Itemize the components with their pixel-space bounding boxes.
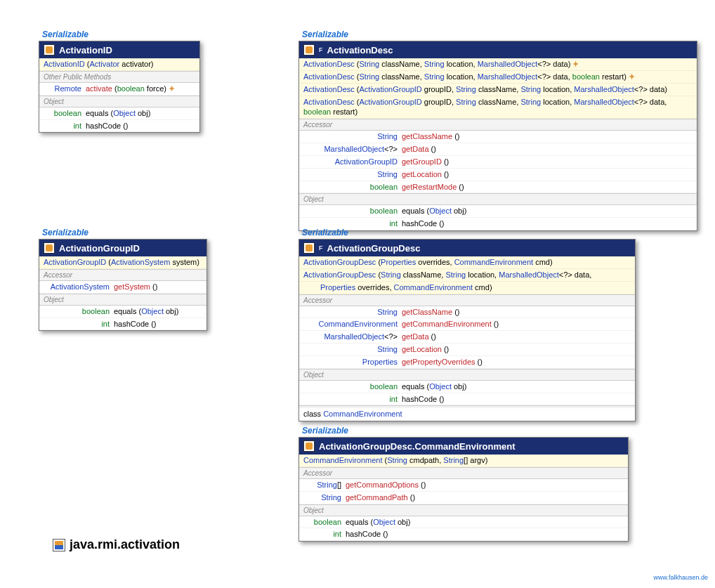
class-title: ActivationGroupID [59,243,140,254]
section-label: Accessor [299,119,697,131]
section-label: Other Public Methods [39,71,199,83]
constructor-continuation: Properties overrides, CommandEnvironment… [299,282,635,294]
footer-link[interactable]: www.falkhausen.de [653,574,708,581]
section-label: Accessor [299,467,628,479]
class-title: ActivationGroupDesc.CommandEnvironment [319,441,516,452]
stereotype-serializable: Serializable [302,30,348,39]
method-row: StringgetClassName () [299,306,635,319]
constructor-row: ActivationGroupDesc (Properties override… [299,256,635,269]
class-header: ActivationID [39,41,199,58]
class-icon [44,242,55,254]
constructor-row: CommandEnvironment (String cmdpath, Stri… [299,455,628,467]
sections: AccessorStringgetClassName ()CommandEnvi… [299,294,635,406]
package-name: java.rmi.activation [70,537,180,552]
class-header: ActivationGroupID [39,240,206,256]
method-row: ActivationSystemgetSystem () [39,281,206,294]
stereotype-serializable: Serializable [302,426,348,436]
section-label: Object [299,369,635,381]
method-row: inthashCode () [39,318,206,331]
method-row: CommandEnvironmentgetCommandEnvironment … [299,318,635,331]
method-row: booleangetRestartMode () [299,181,697,194]
class-icon [44,44,55,55]
section-label: Object [39,96,199,107]
method-row: MarshalledObject<?>getData () [299,331,635,344]
method-row: inthashCode () [299,528,628,541]
method-row: ActivationGroupIDgetGroupID () [299,156,697,169]
class-icon [303,440,315,452]
constructor-row: ActivationDesc (String className, String… [299,71,697,84]
class-header: F ActivationDesc [299,41,697,58]
class-icon [303,44,315,55]
method-row: StringgetCommandPath () [299,492,628,504]
constructor-row: ActivationID (Activator activator) [39,58,199,71]
method-row: String[]getCommandOptions () [299,479,628,492]
inner-class-link[interactable]: class CommandEnvironment [299,408,635,421]
constructors: ActivationGroupID (ActivationSystem syst… [39,256,206,269]
class-modifier-final: F [319,244,323,251]
method-row: inthashCode () [299,218,697,230]
method-row: StringgetLocation () [299,344,635,356]
stereotype-serializable: Serializable [42,228,88,237]
class-icon [303,242,315,254]
method-row: inthashCode () [299,393,635,406]
constructors: ActivationID (Activator activator) [39,58,199,71]
method-row: booleanequals (Object obj) [299,205,697,218]
class-box-activationgroupdesc: F ActivationGroupDesc ActivationGroupDes… [299,239,636,422]
section-label: Accessor [299,294,635,306]
package-icon [53,539,65,551]
constructors: ActivationDesc (String className, String… [299,58,697,119]
section-label: Object [299,504,628,516]
method-row: booleanequals (Object obj) [39,107,199,120]
sections: Other Public MethodsRemoteactivate (bool… [39,71,199,133]
class-title: ActivationID [59,45,112,55]
method-row: MarshalledObject<?>getData () [299,143,697,156]
method-row: booleanequals (Object obj) [299,516,628,529]
sections: AccessorActivationSystemgetSystem ()Obje… [39,269,206,331]
constructor-row: ActivationDesc (String className, String… [299,58,697,71]
method-row: PropertiesgetPropertyOverrides () [299,356,635,369]
method-row: booleanequals (Object obj) [299,381,635,393]
class-header: F ActivationGroupDesc [299,240,635,256]
constructor-row: ActivationDesc (ActivationGroupID groupI… [299,84,697,96]
method-row: StringgetLocation () [299,169,697,181]
section-label: Accessor [39,269,206,281]
class-box-activationid: ActivationID ActivationID (Activator act… [39,41,200,133]
class-box-activationgroupid: ActivationGroupID ActivationGroupID (Act… [39,239,207,331]
class-header: ActivationGroupDesc.CommandEnvironment [299,438,628,455]
stereotype-serializable: Serializable [42,30,88,39]
section-label: Object [39,294,206,306]
method-row: StringgetClassName () [299,131,697,143]
constructor-row: ActivationGroupDesc (String className, S… [299,269,635,282]
class-box-commandenvironment: ActivationGroupDesc.CommandEnvironment C… [299,437,629,542]
constructors: CommandEnvironment (String cmdpath, Stri… [299,455,628,467]
stereotype-serializable: Serializable [302,228,348,237]
method-row: Remoteactivate (boolean force) ✦ [39,83,199,96]
section-label: Object [299,193,697,205]
sections: AccessorStringgetClassName ()MarshalledO… [299,119,697,230]
constructor-row: ActivationDesc (ActivationGroupID groupI… [299,96,697,119]
class-modifier-final: F [319,46,323,53]
class-title: ActivationGroupDesc [327,243,421,254]
constructors: ActivationGroupDesc (Properties override… [299,256,635,282]
sections: AccessorString[]getCommandOptions ()Stri… [299,467,628,541]
method-row: booleanequals (Object obj) [39,306,206,318]
method-row: inthashCode () [39,120,199,133]
class-box-activationdesc: F ActivationDesc ActivationDesc (String … [299,41,697,231]
package-label: java.rmi.activation [53,537,180,552]
constructor-row: ActivationGroupID (ActivationSystem syst… [39,256,206,269]
class-title: ActivationDesc [327,45,393,55]
